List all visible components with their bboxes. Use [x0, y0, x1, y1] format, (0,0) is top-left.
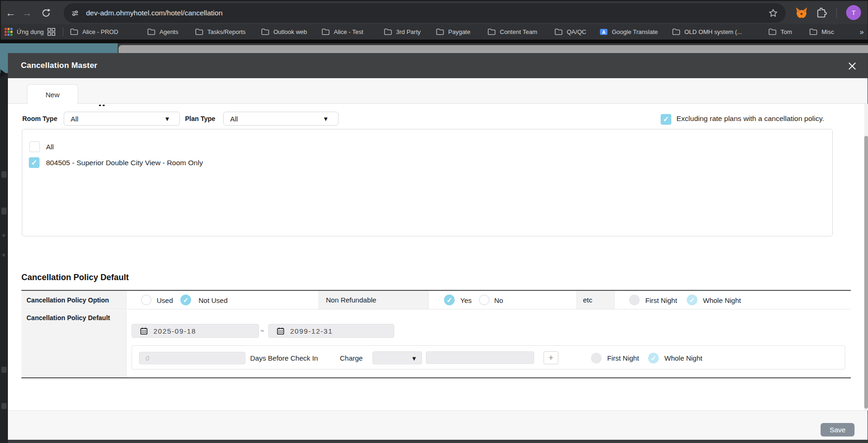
- section-heading: Cancellation Policy Default: [21, 273, 129, 282]
- sidebar-icon: [2, 234, 5, 237]
- rate-plan-label: 804505 - Superior Double City View - Roo…: [46, 157, 203, 168]
- charge-type-select[interactable]: ▼: [372, 351, 422, 364]
- scrollbar-thumb[interactable]: [864, 136, 868, 409]
- close-icon[interactable]: [846, 60, 858, 72]
- bookmark-item[interactable]: AGoogle Translate: [600, 24, 658, 40]
- rate-plan-list: All ✓ 804505 - Superior Double City View…: [22, 129, 833, 236]
- bookmark-item[interactable]: Alice - PROD: [70, 24, 118, 40]
- first-night-label: First Night: [645, 291, 677, 309]
- site-info-icon[interactable]: [71, 9, 80, 18]
- chevron-down-icon: ▼: [164, 115, 170, 122]
- bookmark-item[interactable]: Tasks/Reports: [195, 24, 245, 40]
- address-bar[interactable]: dev-adm.ohmyhotel.com/hotel/cancellation: [64, 3, 786, 23]
- days-input[interactable]: 0: [139, 352, 245, 364]
- first-night-radio[interactable]: [591, 353, 602, 363]
- bookmark-item[interactable]: Tom: [769, 24, 792, 40]
- bookmark-item[interactable]: QA/QC: [555, 24, 586, 40]
- date-from-input[interactable]: 2025-09-18: [132, 324, 259, 338]
- bookmark-item[interactable]: Outlook web: [261, 24, 307, 40]
- chevron-down-icon: ▼: [323, 115, 329, 122]
- policy-default-content: 2025-09-18 ~ 2099-12-31 0 Days Before Ch…: [126, 310, 851, 377]
- bookmark-item[interactable]: OLD OMH system (...: [672, 24, 742, 40]
- sidebar-icon: [1, 403, 7, 409]
- tab-strip: New: [8, 78, 868, 104]
- metamask-extension-icon[interactable]: [795, 7, 808, 20]
- forward-icon[interactable]: →: [21, 7, 33, 19]
- policy-default-row: Cancellation Policy Default 2025-09-18 ~…: [21, 310, 851, 377]
- modal-scrollbar[interactable]: [864, 104, 868, 410]
- calendar-icon: [140, 327, 148, 335]
- bookmark-grid-shortcut[interactable]: [47, 24, 55, 40]
- reload-icon[interactable]: [40, 7, 52, 19]
- sidebar-icon: [1, 171, 7, 178]
- chevron-down-icon: ▼: [411, 355, 417, 362]
- bookmark-apps[interactable]: Ứng dụng: [5, 24, 44, 40]
- policy-default-label-cell: Cancellation Policy Default: [21, 310, 126, 377]
- no-label: No: [494, 291, 503, 309]
- bookmarks-divider: [63, 27, 63, 36]
- policy-option-row: Cancellation Policy Option Used ✓ Not Us…: [21, 291, 851, 309]
- yes-no-cell: ✓ Yes No: [429, 291, 576, 309]
- bookmarks-overflow-chevron[interactable]: »: [860, 24, 864, 40]
- sidebar-icon: [1, 208, 7, 215]
- days-before-label: Days Before Check In: [250, 346, 318, 370]
- page-behind-sidebar: [0, 73, 8, 443]
- back-icon[interactable]: ←: [5, 7, 17, 19]
- room-type-select[interactable]: All ▼: [64, 112, 180, 126]
- bookmark-item[interactable]: Agents: [147, 24, 178, 40]
- bookmark-item[interactable]: 3rd Party: [384, 24, 421, 40]
- not-used-radio[interactable]: ✓: [180, 295, 191, 305]
- window-edge-band: [0, 40, 868, 43]
- excluding-checkbox[interactable]: ✓: [661, 114, 671, 125]
- plan-type-select[interactable]: All ▼: [223, 112, 338, 126]
- used-label: Used: [157, 291, 173, 309]
- bookmark-item[interactable]: Content Team: [488, 24, 537, 40]
- room-type-label: Room Type: [22, 112, 57, 126]
- bookmark-item[interactable]: Misc: [809, 24, 834, 40]
- sidebar-collapse-arrow: [0, 69, 6, 78]
- tilde-separator: ~: [260, 324, 264, 338]
- used-radio[interactable]: [141, 295, 152, 305]
- page-behind-gray-bar: [119, 45, 868, 53]
- charge-rule-box: 0 Days Before Check In Charge ▼ + First …: [132, 345, 845, 369]
- profile-avatar[interactable]: T: [846, 5, 861, 20]
- yes-label: Yes: [460, 291, 471, 309]
- etc-cell: etc: [576, 291, 615, 309]
- select-all-label: All: [46, 141, 54, 152]
- modal-title: Cancellation Master: [21, 61, 97, 70]
- policy-option-label-cell: Cancellation Policy Option: [21, 291, 126, 309]
- charge-label: Charge: [340, 346, 363, 370]
- not-used-label: Not Used: [199, 291, 228, 309]
- plan-type-label: Plan Type: [185, 112, 215, 126]
- clipped-text-fragment: [103, 105, 105, 106]
- bookmarks-bar: Ứng dụng Alice - PRODAgentsTasks/Reports…: [0, 24, 868, 40]
- add-rule-button[interactable]: +: [543, 351, 558, 364]
- yes-radio[interactable]: ✓: [444, 295, 455, 305]
- url-text[interactable]: dev-adm.ohmyhotel.com/hotel/cancellation: [86, 3, 223, 23]
- rate-plan-checkbox[interactable]: ✓: [29, 157, 40, 168]
- save-button[interactable]: Save: [821, 423, 855, 436]
- tab-new[interactable]: New: [27, 84, 78, 104]
- calendar-icon: [277, 327, 285, 335]
- select-all-checkbox[interactable]: [29, 141, 40, 152]
- modal-header: Cancellation Master: [8, 53, 868, 78]
- sidebar-icon: [2, 254, 5, 256]
- date-to-input[interactable]: 2099-12-31: [268, 324, 394, 338]
- bookmark-item[interactable]: Alice - Test: [322, 24, 363, 40]
- charge-value-input[interactable]: [426, 351, 534, 364]
- screen: ← → dev-adm.ohmyhotel.com/hotel/cancella…: [0, 0, 868, 443]
- whole-night-radio[interactable]: ✓: [687, 295, 697, 305]
- bookmark-star-icon[interactable]: [768, 8, 778, 18]
- no-radio[interactable]: [479, 295, 490, 305]
- clipped-text-fragment: [99, 105, 101, 106]
- first-night-radio[interactable]: [629, 295, 640, 305]
- svg-text:A: A: [602, 30, 605, 35]
- extensions-puzzle-icon[interactable]: [815, 7, 828, 19]
- grid-outline-icon: [47, 28, 55, 36]
- browser-toolbar: ← → dev-adm.ohmyhotel.com/hotel/cancella…: [0, 0, 868, 24]
- night-cell: First Night ✓ Whole Night: [615, 291, 851, 309]
- whole-night-label: Whole Night: [703, 291, 741, 309]
- excluding-label: Excluding rate plans with a cancellation…: [676, 112, 824, 126]
- bookmark-item[interactable]: Paygate: [436, 24, 470, 40]
- whole-night-radio[interactable]: ✓: [648, 353, 659, 363]
